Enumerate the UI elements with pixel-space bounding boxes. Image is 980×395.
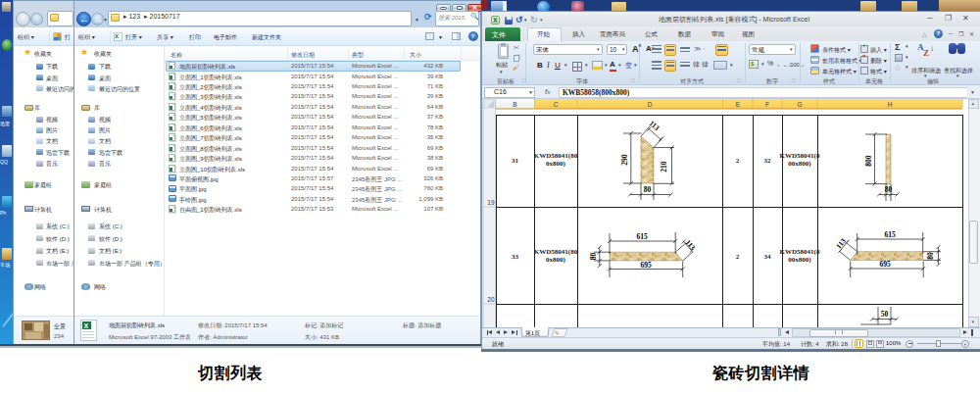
svg-text:80: 80 bbox=[926, 252, 935, 260]
svg-text:33: 33 bbox=[512, 253, 519, 261]
svg-text:695: 695 bbox=[640, 261, 652, 270]
svg-text:KWD58041(80: KWD58041(80 bbox=[534, 152, 578, 160]
svg-text:H: H bbox=[888, 101, 893, 108]
svg-text:B: B bbox=[513, 101, 516, 108]
svg-text:19: 19 bbox=[487, 199, 495, 206]
svg-text:50: 50 bbox=[881, 310, 889, 319]
svg-text:00x800): 00x800) bbox=[788, 160, 811, 168]
svg-text:C: C bbox=[554, 101, 559, 108]
svg-text:80: 80 bbox=[644, 185, 652, 194]
svg-text:32: 32 bbox=[764, 157, 772, 165]
svg-text:D: D bbox=[648, 101, 653, 108]
svg-text:G: G bbox=[797, 101, 802, 108]
svg-text:80: 80 bbox=[885, 185, 893, 194]
svg-text:800: 800 bbox=[864, 155, 873, 167]
svg-text:34: 34 bbox=[764, 253, 772, 261]
svg-text:KWD58041(8: KWD58041(8 bbox=[780, 152, 820, 160]
svg-text:615: 615 bbox=[636, 232, 648, 241]
svg-text:80: 80 bbox=[589, 253, 598, 261]
svg-text:210: 210 bbox=[660, 161, 668, 173]
svg-text:F: F bbox=[765, 101, 769, 108]
svg-text:31: 31 bbox=[512, 157, 519, 165]
svg-text:0x800): 0x800) bbox=[546, 160, 566, 168]
svg-text:0x800): 0x800) bbox=[546, 256, 566, 264]
svg-text:KWD58041(8: KWD58041(8 bbox=[780, 248, 820, 256]
svg-text:2: 2 bbox=[736, 253, 740, 261]
svg-text:E: E bbox=[736, 101, 741, 108]
svg-text:KWD58041(80: KWD58041(80 bbox=[534, 248, 578, 256]
svg-text:615: 615 bbox=[884, 230, 896, 239]
svg-text:290: 290 bbox=[620, 154, 629, 166]
svg-text:20: 20 bbox=[487, 296, 495, 303]
svg-text:695: 695 bbox=[879, 260, 891, 269]
svg-text:2: 2 bbox=[736, 157, 740, 165]
svg-text:00x800): 00x800) bbox=[788, 256, 811, 264]
